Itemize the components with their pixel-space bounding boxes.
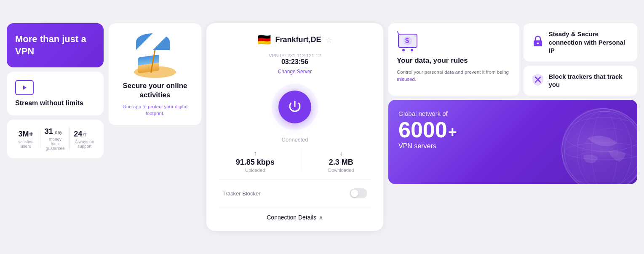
stat-users: 3M+ satisfied users xyxy=(15,130,40,149)
svg-point-6 xyxy=(537,43,539,44)
upload-speed: ↑ 91.85 kbps Uploaded xyxy=(236,150,275,173)
vpn-timer: 03:23:56 xyxy=(269,58,321,66)
right-top: $ Your data, your rules Control your per… xyxy=(388,23,637,96)
cart-icon: $ xyxy=(397,31,419,53)
right-column: $ Your data, your rules Control your per… xyxy=(388,23,637,184)
download-speed: ↓ 2.3 MB Downloaded xyxy=(328,150,354,173)
connection-details-row[interactable]: Connection Details ∧ xyxy=(267,214,323,221)
main-container: More than just a VPN Stream without limi… xyxy=(7,23,637,231)
stat-support-label: Always on support xyxy=(74,139,95,149)
speed-row: ↑ 91.85 kbps Uploaded ↓ 2.3 MB Downloade… xyxy=(218,150,371,173)
steady-card: Steady & Secure connection with Personal… xyxy=(524,23,638,61)
tracker-row: Tracker Blocker xyxy=(218,187,371,200)
beach-title: Secure your online activities xyxy=(117,81,193,100)
divider-1 xyxy=(218,179,371,180)
divider-2 xyxy=(218,207,371,207)
upload-arrow: ↑ xyxy=(254,150,257,157)
mid-left-column: Secure your online activities One app to… xyxy=(109,23,201,125)
stat-guarantee-value: 31 xyxy=(45,127,53,136)
stat-guarantee: 31-day money back guarantee xyxy=(45,127,70,151)
download-arrow: ↓ xyxy=(339,150,343,157)
beach-illustration xyxy=(128,32,182,78)
feature-highlight-text: misused. xyxy=(397,77,416,82)
upload-value: 91.85 kbps xyxy=(236,158,275,167)
change-server-link[interactable]: Change Server xyxy=(278,69,312,75)
power-button[interactable] xyxy=(278,91,311,123)
beach-card: Secure your online activities One app to… xyxy=(109,23,201,125)
stat-support: 24/7 Always on support xyxy=(74,130,95,149)
stream-title: Stream without limits xyxy=(15,99,83,107)
svg-point-3 xyxy=(402,49,405,51)
tracker-block-title: Block trackers that track you xyxy=(549,72,630,89)
vpn-ip: VPN IP: 231.112.121.12 xyxy=(269,53,321,58)
download-value: 2.3 MB xyxy=(329,158,353,167)
shield-block-icon xyxy=(531,73,545,86)
steady-icon-wrapper xyxy=(531,35,545,50)
feature-data-card: $ Your data, your rules Control your per… xyxy=(388,23,519,96)
tracker-toggle[interactable] xyxy=(350,188,367,198)
stream-icon xyxy=(15,80,34,95)
globe-card: Global network of 6000 + VPN servers xyxy=(388,100,637,184)
steady-title: Steady & Secure connection with Personal… xyxy=(549,30,630,55)
beach-chair xyxy=(138,54,159,73)
globe-number: 6000 xyxy=(398,119,447,141)
lock-icon xyxy=(531,35,545,48)
stat-users-value: 3M+ xyxy=(15,130,37,139)
small-feature-cards: Steady & Secure connection with Personal… xyxy=(524,23,638,96)
umbrella-top xyxy=(136,33,170,50)
connected-label: Connected xyxy=(282,136,308,143)
stat-support-value: 24 xyxy=(74,130,82,139)
stat-users-label: satisfied users xyxy=(15,139,37,149)
vpn-card: 🇩🇪 Frankfurt,DE ☆ VPN IP: 231.112.121.12… xyxy=(206,23,383,231)
beach-description: One app to protect your digital footprin… xyxy=(117,103,193,117)
server-row: 🇩🇪 Frankfurt,DE ☆ xyxy=(218,33,371,46)
feature-description: Control your personal data and prevent i… xyxy=(397,69,511,83)
power-icon xyxy=(287,99,302,115)
download-label: Downloaded xyxy=(328,168,354,173)
stats-card: 3M+ satisfied users 31-day money back gu… xyxy=(7,120,104,158)
tracker-card: Block trackers that track you xyxy=(524,66,638,96)
svg-point-4 xyxy=(411,49,413,51)
server-name: Frankfurt,DE xyxy=(275,35,321,44)
chevron-up-icon: ∧ xyxy=(319,214,323,221)
stream-card: Stream without limits xyxy=(7,72,104,115)
upload-label: Uploaded xyxy=(245,168,265,173)
connection-details-label: Connection Details xyxy=(267,214,316,221)
tracker-icon-wrapper xyxy=(531,73,545,88)
svg-text:$: $ xyxy=(405,37,409,44)
hero-card: More than just a VPN xyxy=(7,23,104,67)
globe-plus: + xyxy=(448,125,457,140)
left-column: More than just a VPN Stream without limi… xyxy=(7,23,104,158)
power-container xyxy=(270,82,320,132)
speed-divider xyxy=(301,150,302,171)
stat-guarantee-label: money back guarantee xyxy=(45,137,66,151)
favorite-star[interactable]: ☆ xyxy=(326,35,332,45)
feature-highlight: $ xyxy=(397,31,511,53)
tracker-label: Tracker Blocker xyxy=(222,190,261,197)
flag-icon: 🇩🇪 xyxy=(257,33,271,46)
hero-title: More than just a VPN xyxy=(15,33,95,57)
feature-title: Your data, your rules xyxy=(397,56,511,65)
